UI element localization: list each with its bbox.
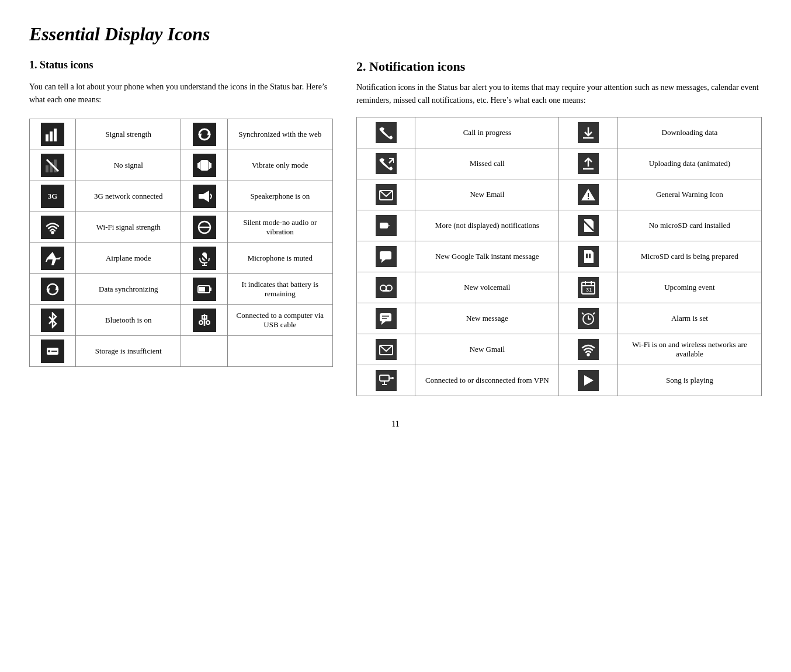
icon-cell — [559, 210, 617, 241]
svg-line-67 — [593, 313, 595, 314]
icon-cell — [559, 241, 617, 272]
icon-cell — [181, 243, 227, 273]
icon-cell — [181, 335, 227, 366]
new-gmail-icon — [376, 339, 397, 360]
wifi-available-icon — [578, 339, 599, 360]
table-row: New message — [357, 303, 762, 334]
table-row: Airplane mode — [30, 243, 333, 273]
table-row: New Email General Warning Icon — [357, 179, 762, 210]
svg-rect-3 — [46, 165, 48, 172]
microsd-prep-icon — [578, 246, 599, 267]
table-row: Signal strength Synchr — [30, 119, 333, 150]
icon-cell — [181, 119, 227, 150]
icon-cell — [181, 304, 227, 335]
signal-strength-label: Signal strength — [76, 119, 181, 150]
svg-marker-62 — [381, 321, 386, 325]
page-wrapper: Essential Display Icons 1. Status icons … — [29, 23, 762, 429]
icon-cell — [30, 273, 76, 304]
voicemail-label: New voicemail — [415, 272, 559, 303]
bluetooth-label: Bluetooth is on — [76, 304, 181, 335]
table-row: Data synchronizing It indicates that bat… — [30, 273, 333, 304]
icon-cell: + — [357, 210, 415, 241]
svg-rect-7 — [201, 161, 208, 170]
svg-rect-47 — [380, 251, 391, 259]
icon-cell — [181, 150, 227, 181]
svg-point-27 — [206, 321, 210, 324]
new-email-icon — [376, 184, 397, 205]
icon-cell — [357, 334, 415, 365]
new-email-label: New Email — [415, 179, 559, 210]
svg-text:+: + — [387, 222, 390, 228]
svg-rect-1 — [50, 131, 53, 141]
section2-heading: 2. Notification icons — [356, 59, 762, 74]
signal-strength-icon — [41, 123, 64, 146]
song-playing-icon — [578, 370, 599, 391]
battery-label: It indicates that battery is remaining — [227, 273, 332, 304]
icon-cell — [30, 304, 76, 335]
storage-label: Storage is insufficient — [76, 335, 181, 366]
microsd-prep-label: MicroSD card is being prepared — [617, 241, 761, 272]
mic-muted-label: Microphone is muted — [227, 243, 332, 273]
more-notif-icon: + — [376, 215, 397, 236]
icon-cell — [30, 150, 76, 181]
icon-cell — [357, 272, 415, 303]
table-row: No signal — [30, 150, 333, 181]
svg-rect-70 — [380, 375, 389, 381]
3g-label: 3G network connected — [76, 181, 181, 212]
svg-rect-2 — [54, 129, 57, 141]
svg-rect-12 — [199, 194, 203, 199]
icon-cell — [559, 179, 617, 210]
song-playing-label: Song is playing — [617, 365, 761, 396]
sync-icon — [193, 123, 216, 146]
svg-line-66 — [582, 313, 584, 314]
notification-icons-table: Call in progress Downloading data — [356, 117, 762, 396]
3g-icon: 3G — [41, 185, 64, 208]
wifi-signal-label: Wi-Fi signal strength — [76, 212, 181, 243]
wifi-signal-icon — [41, 216, 64, 239]
status-icons-table: Signal strength Synchr — [29, 119, 333, 367]
icon-cell — [559, 148, 617, 179]
alarm-icon — [578, 308, 599, 329]
left-column: 1. Status icons You can tell a lot about… — [29, 59, 333, 396]
upcoming-event-label: Upcoming event — [617, 272, 761, 303]
icon-cell — [30, 212, 76, 243]
call-progress-icon — [376, 122, 397, 143]
no-microsd-label: No microSD card installed — [617, 210, 761, 241]
icon-cell — [181, 181, 227, 212]
wifi-available-label: Wi-Fi is on and wireless networks are av… — [617, 334, 761, 365]
silent-mode-label: Silent mode-no audio or vibration — [227, 212, 332, 243]
google-talk-icon — [376, 246, 397, 267]
mic-muted-icon — [193, 247, 216, 270]
table-row: Connected to or disconnected from VPN So… — [357, 365, 762, 396]
voicemail-icon — [376, 277, 397, 298]
page-layout: 1. Status icons You can tell a lot about… — [29, 59, 762, 396]
speakerphone-icon — [193, 185, 216, 208]
right-column: 2. Notification icons Notification icons… — [356, 59, 762, 396]
no-signal-label: No signal — [76, 150, 181, 181]
svg-rect-50 — [589, 254, 591, 258]
svg-rect-0 — [46, 134, 48, 141]
icon-cell — [559, 365, 617, 396]
table-row: 3G 3G network connected — [30, 181, 333, 212]
more-notif-label: More (not displayed) notifications — [415, 210, 559, 241]
airplane-mode-icon — [41, 247, 64, 270]
icon-cell — [181, 212, 227, 243]
svg-rect-53 — [383, 290, 389, 292]
section2-intro: Notification icons in the Status bar ale… — [356, 81, 762, 108]
usb-icon — [193, 309, 216, 332]
icon-cell — [357, 148, 415, 179]
icon-cell — [357, 179, 415, 210]
icon-cell — [357, 241, 415, 272]
svg-marker-13 — [203, 190, 209, 202]
table-row: New Gmail Wi-Fi is on — [357, 334, 762, 365]
svg-marker-75 — [584, 375, 594, 386]
empty-label — [227, 335, 332, 366]
upcoming-event-icon: 31 — [578, 277, 599, 298]
table-row: Bluetooth is on — [30, 304, 333, 335]
icon-cell — [559, 303, 617, 334]
icon-cell — [559, 334, 617, 365]
uploading-icon — [578, 153, 599, 174]
new-message-icon — [376, 308, 397, 329]
table-row: New voicemail 31 — [357, 272, 762, 303]
icon-cell — [357, 303, 415, 334]
